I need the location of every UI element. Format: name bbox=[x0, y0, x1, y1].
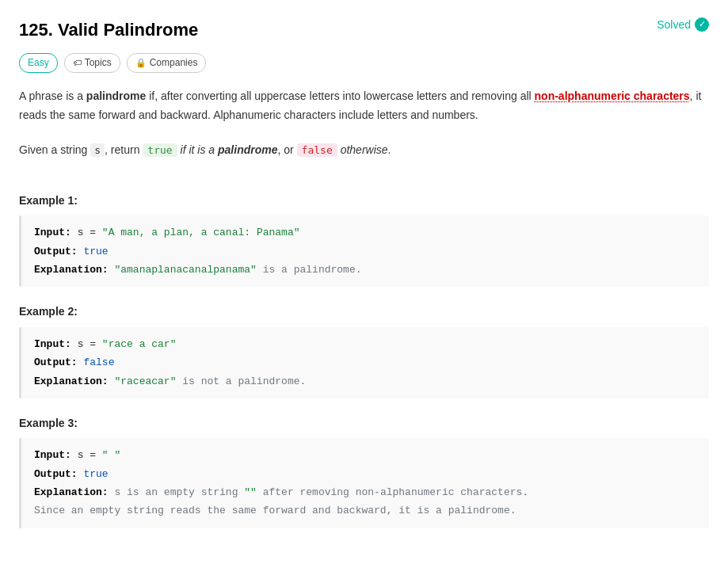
companies-label: Companies bbox=[150, 55, 198, 70]
tag-icon: 🏷 bbox=[73, 56, 82, 70]
example-2: Example 2: Input: s = "race a car" Outpu… bbox=[19, 303, 709, 398]
topics-badge[interactable]: 🏷 Topics bbox=[64, 53, 120, 73]
companies-badge[interactable]: 🔒 Companies bbox=[127, 53, 207, 73]
description-intro: A phrase is a palindrome if, after conve… bbox=[19, 87, 709, 125]
description-given: Given a string s, return true if it is a… bbox=[19, 141, 709, 160]
example-2-title: Example 2: bbox=[19, 303, 709, 320]
example-3-title: Example 3: bbox=[19, 414, 709, 432]
example-2-code: Input: s = "race a car" Output: false Ex… bbox=[19, 327, 709, 398]
example-1-code: Input: s = "A man, a plan, a canal: Pana… bbox=[19, 215, 709, 287]
topics-label: Topics bbox=[85, 55, 112, 70]
solved-badge: Solved ✓ bbox=[657, 16, 709, 33]
constraints-section: Constraints: 1 <= s.length <= 2 * 105 s … bbox=[19, 579, 709, 583]
constraints-title: Constraints: bbox=[19, 579, 709, 583]
example-1: Example 1: Input: s = "A man, a plan, a … bbox=[19, 192, 709, 288]
solved-check-icon: ✓ bbox=[695, 17, 709, 32]
example-3-code: Input: s = " " Output: true Explanation:… bbox=[19, 438, 709, 528]
solved-label: Solved bbox=[657, 16, 691, 33]
badges-row: Easy 🏷 Topics 🔒 Companies bbox=[19, 53, 709, 73]
page-title: 125. Valid Palindrome bbox=[19, 16, 709, 44]
easy-badge: Easy bbox=[19, 53, 58, 73]
example-3: Example 3: Input: s = " " Output: true E… bbox=[19, 414, 709, 528]
lock-icon: 🔒 bbox=[135, 56, 147, 70]
example-1-title: Example 1: bbox=[19, 192, 709, 209]
